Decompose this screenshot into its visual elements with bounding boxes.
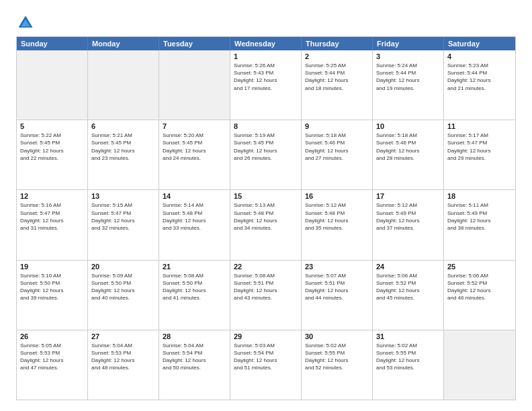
weekday-header-thursday: Thursday [302, 37, 373, 50]
day-number: 31 [376, 332, 440, 340]
calendar-row-3: 19Sunrise: 5:10 AM Sunset: 5:50 PM Dayli… [17, 260, 515, 330]
calendar-cell [159, 50, 230, 120]
weekday-header-monday: Monday [88, 37, 159, 50]
day-number: 28 [163, 332, 226, 340]
day-number: 26 [20, 332, 84, 340]
day-number: 5 [20, 122, 84, 130]
day-number: 11 [447, 122, 512, 130]
cell-text: Sunrise: 5:26 AM Sunset: 5:43 PM Dayligh… [234, 62, 298, 92]
cell-text: Sunrise: 5:06 AM Sunset: 5:52 PM Dayligh… [447, 272, 512, 302]
day-number: 4 [447, 52, 512, 60]
cell-text: Sunrise: 5:24 AM Sunset: 5:44 PM Dayligh… [376, 62, 440, 92]
logo [16, 13, 38, 32]
calendar-cell: 7Sunrise: 5:20 AM Sunset: 5:45 PM Daylig… [159, 120, 230, 189]
cell-text: Sunrise: 5:18 AM Sunset: 5:46 PM Dayligh… [376, 132, 440, 162]
day-number: 23 [305, 263, 369, 271]
calendar-cell: 10Sunrise: 5:18 AM Sunset: 5:46 PM Dayli… [373, 120, 444, 189]
calendar-cell: 3Sunrise: 5:24 AM Sunset: 5:44 PM Daylig… [373, 50, 444, 120]
calendar-cell: 6Sunrise: 5:21 AM Sunset: 5:45 PM Daylig… [88, 120, 159, 189]
calendar-cell: 23Sunrise: 5:07 AM Sunset: 5:51 PM Dayli… [302, 261, 373, 330]
day-number: 10 [376, 122, 440, 130]
calendar-cell: 20Sunrise: 5:09 AM Sunset: 5:50 PM Dayli… [88, 261, 159, 330]
cell-text: Sunrise: 5:10 AM Sunset: 5:50 PM Dayligh… [20, 272, 84, 302]
calendar-cell: 27Sunrise: 5:04 AM Sunset: 5:53 PM Dayli… [88, 330, 159, 400]
calendar-cell: 19Sunrise: 5:10 AM Sunset: 5:50 PM Dayli… [17, 261, 88, 330]
cell-text: Sunrise: 5:05 AM Sunset: 5:53 PM Dayligh… [20, 342, 84, 372]
calendar-cell: 11Sunrise: 5:17 AM Sunset: 5:47 PM Dayli… [444, 120, 515, 189]
day-number: 22 [234, 263, 298, 271]
day-number: 9 [305, 122, 369, 130]
cell-text: Sunrise: 5:22 AM Sunset: 5:45 PM Dayligh… [20, 132, 84, 162]
day-number: 15 [234, 192, 298, 200]
page: SundayMondayTuesdayWednesdayThursdayFrid… [0, 0, 532, 411]
calendar-cell: 8Sunrise: 5:19 AM Sunset: 5:45 PM Daylig… [230, 120, 302, 189]
cell-text: Sunrise: 5:13 AM Sunset: 5:48 PM Dayligh… [234, 201, 298, 232]
day-number: 24 [376, 263, 440, 271]
calendar-cell: 9Sunrise: 5:18 AM Sunset: 5:46 PM Daylig… [302, 120, 373, 189]
calendar-cell: 22Sunrise: 5:08 AM Sunset: 5:51 PM Dayli… [230, 261, 302, 330]
cell-text: Sunrise: 5:16 AM Sunset: 5:47 PM Dayligh… [20, 201, 84, 232]
calendar-cell: 14Sunrise: 5:14 AM Sunset: 5:48 PM Dayli… [159, 190, 230, 259]
cell-text: Sunrise: 5:19 AM Sunset: 5:45 PM Dayligh… [234, 132, 298, 162]
cell-text: Sunrise: 5:02 AM Sunset: 5:55 PM Dayligh… [305, 342, 369, 372]
day-number: 19 [20, 263, 84, 271]
cell-text: Sunrise: 5:20 AM Sunset: 5:45 PM Dayligh… [163, 132, 226, 162]
calendar-cell: 5Sunrise: 5:22 AM Sunset: 5:45 PM Daylig… [17, 120, 88, 189]
calendar-cell [88, 50, 159, 120]
day-number: 18 [447, 192, 512, 200]
calendar-cell: 18Sunrise: 5:11 AM Sunset: 5:49 PM Dayli… [444, 190, 515, 259]
day-number: 21 [163, 263, 226, 271]
cell-text: Sunrise: 5:09 AM Sunset: 5:50 PM Dayligh… [91, 272, 155, 302]
cell-text: Sunrise: 5:25 AM Sunset: 5:44 PM Dayligh… [305, 62, 369, 92]
cell-text: Sunrise: 5:17 AM Sunset: 5:47 PM Dayligh… [447, 132, 512, 162]
calendar-row-4: 26Sunrise: 5:05 AM Sunset: 5:53 PM Dayli… [17, 330, 515, 400]
calendar-cell: 12Sunrise: 5:16 AM Sunset: 5:47 PM Dayli… [17, 190, 88, 259]
cell-text: Sunrise: 5:08 AM Sunset: 5:51 PM Dayligh… [234, 272, 298, 302]
cell-text: Sunrise: 5:23 AM Sunset: 5:44 PM Dayligh… [447, 62, 512, 92]
day-number: 13 [91, 192, 155, 200]
weekday-header-tuesday: Tuesday [159, 37, 230, 50]
cell-text: Sunrise: 5:21 AM Sunset: 5:45 PM Dayligh… [91, 132, 155, 162]
calendar-cell: 2Sunrise: 5:25 AM Sunset: 5:44 PM Daylig… [302, 50, 373, 120]
calendar-row-1: 5Sunrise: 5:22 AM Sunset: 5:45 PM Daylig… [17, 120, 515, 189]
cell-text: Sunrise: 5:03 AM Sunset: 5:54 PM Dayligh… [234, 342, 298, 372]
day-number: 1 [234, 52, 298, 60]
day-number: 7 [163, 122, 226, 130]
day-number: 3 [376, 52, 440, 60]
day-number: 6 [91, 122, 155, 130]
calendar-body: 1Sunrise: 5:26 AM Sunset: 5:43 PM Daylig… [17, 50, 515, 400]
day-number: 12 [20, 192, 84, 200]
calendar-cell: 16Sunrise: 5:12 AM Sunset: 5:48 PM Dayli… [302, 190, 373, 259]
cell-text: Sunrise: 5:07 AM Sunset: 5:51 PM Dayligh… [305, 272, 369, 302]
calendar-cell: 26Sunrise: 5:05 AM Sunset: 5:53 PM Dayli… [17, 330, 88, 400]
cell-text: Sunrise: 5:04 AM Sunset: 5:54 PM Dayligh… [163, 342, 226, 372]
calendar-cell: 15Sunrise: 5:13 AM Sunset: 5:48 PM Dayli… [230, 190, 302, 259]
day-number: 16 [305, 192, 369, 200]
cell-text: Sunrise: 5:11 AM Sunset: 5:49 PM Dayligh… [447, 201, 512, 232]
cell-text: Sunrise: 5:12 AM Sunset: 5:49 PM Dayligh… [376, 201, 440, 232]
weekday-header-wednesday: Wednesday [230, 37, 302, 50]
cell-text: Sunrise: 5:04 AM Sunset: 5:53 PM Dayligh… [91, 342, 155, 372]
calendar-cell: 25Sunrise: 5:06 AM Sunset: 5:52 PM Dayli… [444, 261, 515, 330]
calendar-cell: 1Sunrise: 5:26 AM Sunset: 5:43 PM Daylig… [230, 50, 302, 120]
day-number: 17 [376, 192, 440, 200]
calendar-cell: 31Sunrise: 5:02 AM Sunset: 5:55 PM Dayli… [373, 330, 444, 400]
cell-text: Sunrise: 5:02 AM Sunset: 5:55 PM Dayligh… [376, 342, 440, 372]
day-number: 8 [234, 122, 298, 130]
weekday-header-friday: Friday [373, 37, 444, 50]
cell-text: Sunrise: 5:08 AM Sunset: 5:50 PM Dayligh… [163, 272, 226, 302]
day-number: 2 [305, 52, 369, 60]
day-number: 30 [305, 332, 369, 340]
cell-text: Sunrise: 5:15 AM Sunset: 5:47 PM Dayligh… [91, 201, 155, 232]
calendar-cell: 29Sunrise: 5:03 AM Sunset: 5:54 PM Dayli… [230, 330, 302, 400]
calendar-cell [17, 50, 88, 120]
cell-text: Sunrise: 5:12 AM Sunset: 5:48 PM Dayligh… [305, 201, 369, 232]
calendar-cell: 30Sunrise: 5:02 AM Sunset: 5:55 PM Dayli… [302, 330, 373, 400]
calendar: SundayMondayTuesdayWednesdayThursdayFrid… [16, 36, 516, 400]
calendar-row-0: 1Sunrise: 5:26 AM Sunset: 5:43 PM Daylig… [17, 50, 515, 120]
calendar-cell: 13Sunrise: 5:15 AM Sunset: 5:47 PM Dayli… [88, 190, 159, 259]
day-number: 29 [234, 332, 298, 340]
calendar-cell: 24Sunrise: 5:06 AM Sunset: 5:52 PM Dayli… [373, 261, 444, 330]
calendar-cell: 28Sunrise: 5:04 AM Sunset: 5:54 PM Dayli… [159, 330, 230, 400]
calendar-cell: 17Sunrise: 5:12 AM Sunset: 5:49 PM Dayli… [373, 190, 444, 259]
